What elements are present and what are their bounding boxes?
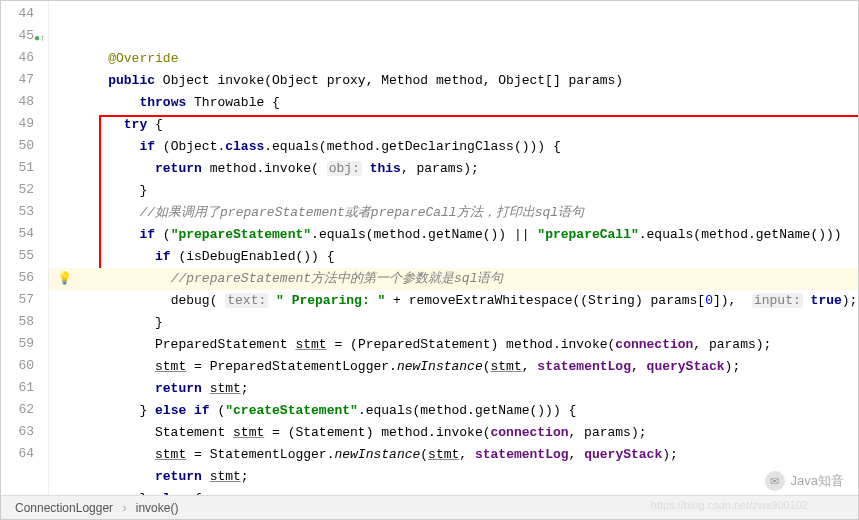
code-token: (Object. [155,139,225,154]
code-token: = (PreparedStatement) method.invoke( [327,337,616,352]
code-line[interactable]: public Object invoke(Object proxy, Metho… [49,70,858,92]
intention-bulb-icon[interactable]: 💡 [57,268,72,290]
code-line[interactable]: return stmt; [49,466,858,488]
number-literal: 0 [705,293,713,308]
local-variable: stmt [233,425,264,440]
code-token: ); [662,447,678,462]
line-number: 48 [1,91,48,113]
comment: //prepareStatement方法中的第一个参数就是sql语句 [171,271,504,286]
code-token: = PreparedStatementLogger. [186,359,397,374]
code-line[interactable]: PreparedStatement stmt = (PreparedStatem… [49,334,858,356]
line-number: 55 [1,245,48,267]
code-line[interactable]: if ("prepareStatement".equals(method.get… [49,224,858,246]
keyword: public [108,73,155,88]
code-line[interactable]: throws Throwable { [49,92,858,114]
keyword: true [811,293,842,308]
code-editor[interactable]: 4445●↑4647484950515253545556575859606162… [1,1,858,495]
string-literal: " Preparing: " [276,293,385,308]
keyword: else if [155,403,210,418]
code-token: debug( [171,293,226,308]
keyword: throws [139,95,186,110]
code-line[interactable]: debug( text: " Preparing: " + removeExtr… [49,290,858,312]
local-variable: stmt [295,337,326,352]
code-line[interactable]: return stmt; [49,378,858,400]
method-call: newInstance [334,447,420,462]
code-line[interactable]: } [49,180,858,202]
field-reference: statementLog [537,359,631,374]
breadcrumb-separator: › [122,501,126,515]
line-number: 57 [1,289,48,311]
line-number: 50 [1,135,48,157]
local-variable: stmt [491,359,522,374]
code-token: .equals(method.getName())) [639,227,842,242]
code-line[interactable]: stmt = StatementLogger.newInstance(stmt,… [49,444,858,466]
parameter-hint: obj: [327,161,362,176]
code-line[interactable]: } [49,312,858,334]
code-line[interactable]: if (Object.class.equals(method.getDeclar… [49,136,858,158]
code-token: ( [155,227,171,242]
code-token: Object invoke(Object proxy, Method metho… [155,73,623,88]
code-token [362,161,370,176]
code-token [268,293,276,308]
code-token: = (Statement) method.invoke( [264,425,490,440]
string-literal: "prepareStatement" [171,227,311,242]
code-line[interactable]: stmt = PreparedStatementLogger.newInstan… [49,356,858,378]
field-reference: queryStack [647,359,725,374]
code-token: Statement [155,425,233,440]
code-line[interactable]: Statement stmt = (Statement) method.invo… [49,422,858,444]
line-number: 45●↑ [1,25,48,47]
code-token: } [139,183,147,198]
watermark-text: Java知音 [791,472,844,490]
string-literal: "prepareCall" [537,227,638,242]
code-line[interactable]: return method.invoke( obj: this, params)… [49,158,858,180]
line-number: 59 [1,333,48,355]
code-token: , [522,359,538,374]
keyword: if [139,139,155,154]
comment: //如果调用了prepareStatement或者prepareCall方法，打… [139,205,584,220]
code-token: , [569,447,585,462]
parameter-hint: input: [752,293,803,308]
keyword: this [370,161,401,176]
breadcrumb-method[interactable]: invoke() [136,501,179,515]
line-number: 56 [1,267,48,289]
code-token: } [139,491,155,495]
line-number: 52 [1,179,48,201]
wechat-icon: ✉ [765,471,785,491]
code-token: , [631,359,647,374]
line-number: 47 [1,69,48,91]
code-token: , params); [569,425,647,440]
code-line[interactable]: } else if ("createStatement".equals(meth… [49,400,858,422]
method-call: newInstance [397,359,483,374]
code-token: ; [241,469,249,484]
code-token: Throwable { [186,95,280,110]
local-variable: stmt [155,359,186,374]
code-token: } [139,403,155,418]
code-token: , [459,447,475,462]
keyword: if [155,249,171,264]
code-line[interactable]: if (isDebugEnabled()) { [49,246,858,268]
code-token [202,469,210,484]
local-variable: stmt [428,447,459,462]
field-reference: connection [615,337,693,352]
line-number-gutter: 4445●↑4647484950515253545556575859606162… [1,1,49,495]
local-variable: stmt [155,447,186,462]
code-line[interactable]: 💡 //prepareStatement方法中的第一个参数就是sql语句 [49,268,858,290]
code-token: = StatementLogger. [186,447,334,462]
code-area[interactable]: @Override public Object invoke(Object pr… [49,1,858,495]
keyword: return [155,469,202,484]
keyword: class [225,139,264,154]
keyword: else [155,491,186,495]
code-token: + removeExtraWhitespace((String) params[ [385,293,705,308]
code-line[interactable]: //如果调用了prepareStatement或者prepareCall方法，打… [49,202,858,224]
line-number: 53 [1,201,48,223]
string-literal: "createStatement" [225,403,358,418]
code-token: .equals(method.getName()) || [311,227,537,242]
keyword: try [124,117,147,132]
code-token: (isDebugEnabled()) { [171,249,335,264]
line-number: 60 [1,355,48,377]
keyword: if [139,227,155,242]
breadcrumb-class[interactable]: ConnectionLogger [15,501,113,515]
code-line[interactable]: @Override [49,48,858,70]
code-line[interactable]: try { [49,114,858,136]
code-line[interactable]: } else { [49,488,858,495]
